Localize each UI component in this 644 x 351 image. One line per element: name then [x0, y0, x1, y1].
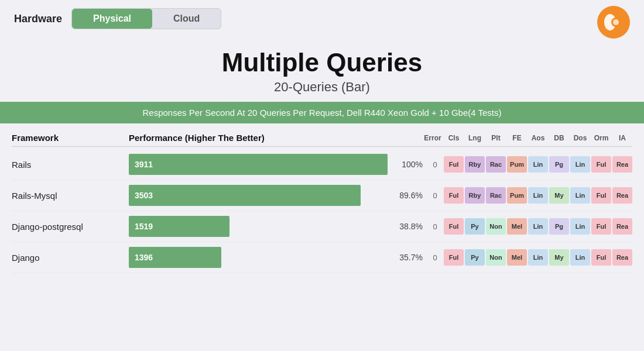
- table-header: Framework Performance (Higher The Better…: [12, 129, 632, 147]
- col-framework-header: Framework: [12, 133, 129, 143]
- bar-area: 1396 35.7%: [129, 247, 423, 268]
- bar-area: 3911 100%: [129, 154, 423, 175]
- error-col: 0: [426, 191, 444, 200]
- tag-header: Lng: [465, 134, 485, 142]
- error-col: 0: [426, 253, 444, 262]
- tag-badge: Pum: [507, 156, 527, 173]
- tag-badge: Pg: [549, 156, 569, 173]
- toggle-cloud-button[interactable]: Cloud: [152, 9, 221, 29]
- error-col: 0: [426, 222, 444, 231]
- tag-badge: Lin: [528, 156, 548, 173]
- tag-header: Dos: [570, 134, 590, 142]
- table-area: Framework Performance (Higher The Better…: [0, 123, 644, 273]
- bar: 1396: [129, 247, 221, 268]
- table-row: Django-postgresql 1519 38.8% 0 FulPyNonM…: [12, 211, 632, 242]
- col-performance-header: Performance (Higher The Better): [129, 133, 423, 143]
- bar: 3911: [129, 154, 388, 175]
- tag-header: Plt: [486, 134, 506, 142]
- bar-wrap: 1519: [129, 216, 388, 237]
- tag-badge: Rby: [465, 156, 485, 173]
- framework-name: Rails: [12, 160, 129, 170]
- header: Hardware Physical Cloud: [0, 0, 644, 37]
- tags-row: FulRbyRacPumLinMyLinFulRea: [444, 187, 632, 204]
- toggle-physical-button[interactable]: Physical: [72, 9, 152, 29]
- tag-badge: Ful: [591, 218, 611, 235]
- tag-badge: Pg: [549, 218, 569, 235]
- bar-wrap: 1396: [129, 247, 388, 268]
- tag-badge: Lin: [528, 218, 548, 235]
- col-tags-header: ErrorClsLngPltFEAosDBDosOrmIA: [423, 134, 632, 142]
- banner: Responses Per Second At 20 Queries Per R…: [0, 102, 644, 123]
- tags-row: FulPyNonMelLinPgLinFulRea: [444, 218, 632, 235]
- tag-badge: Rea: [612, 187, 632, 204]
- toggle-group: Physical Cloud: [71, 8, 221, 29]
- bar: 3503: [129, 185, 361, 206]
- svg-point-3: [613, 19, 619, 25]
- tag-header: Aos: [528, 134, 548, 142]
- tag-badge: Mel: [507, 249, 527, 266]
- framework-name: Django-postgresql: [12, 222, 129, 232]
- tag-header: DB: [549, 134, 569, 142]
- tag-badge: Non: [486, 218, 506, 235]
- tag-badge: Ful: [591, 249, 611, 266]
- tag-badge: Rea: [612, 156, 632, 173]
- error-col: 0: [426, 160, 444, 169]
- title-area: Multiple Queries 20-Queries (Bar): [0, 37, 644, 102]
- tag-badge: Pum: [507, 187, 527, 204]
- table-row: Django 1396 35.7% 0 FulPyNonMelLinMyLinF…: [12, 242, 632, 273]
- tags-row: FulRbyRacPumLinPgLinFulRea: [444, 156, 632, 173]
- tag-badge: Rac: [486, 187, 506, 204]
- bar-wrap: 3503: [129, 185, 388, 206]
- main-title: Multiple Queries: [0, 48, 644, 77]
- banner-text: Responses Per Second At 20 Queries Per R…: [143, 108, 502, 118]
- tag-header: IA: [612, 134, 632, 142]
- tag-badge: Rea: [612, 249, 632, 266]
- tag-badge: Ful: [444, 187, 464, 204]
- sub-title: 20-Queries (Bar): [0, 80, 644, 95]
- tag-badge: Non: [486, 249, 506, 266]
- tag-header: Error: [423, 134, 443, 142]
- bar-area: 3503 89.6%: [129, 185, 423, 206]
- tag-badge: My: [549, 249, 569, 266]
- bar-pct: 100%: [392, 160, 423, 169]
- tags-row: FulPyNonMelLinMyLinFulRea: [444, 249, 632, 266]
- tag-badge: Ful: [444, 249, 464, 266]
- tag-header: Orm: [591, 134, 611, 142]
- tag-badge: Lin: [528, 187, 548, 204]
- table-rows: Rails 3911 100% 0 FulRbyRacPumLinPgLinFu…: [12, 149, 632, 273]
- bar-area: 1519 38.8%: [129, 216, 423, 237]
- tag-badge: Lin: [570, 187, 590, 204]
- tag-badge: Ful: [591, 156, 611, 173]
- tag-badge: Lin: [528, 249, 548, 266]
- bar-pct: 35.7%: [392, 253, 423, 262]
- tag-badge: My: [549, 187, 569, 204]
- tag-badge: Ful: [444, 218, 464, 235]
- tag-badge: Py: [465, 249, 485, 266]
- app-logo: [597, 6, 630, 39]
- tag-badge: Lin: [570, 249, 590, 266]
- table-row: Rails 3911 100% 0 FulRbyRacPumLinPgLinFu…: [12, 149, 632, 180]
- bar-wrap: 3911: [129, 154, 388, 175]
- tag-badge: Ful: [591, 187, 611, 204]
- bar: 1519: [129, 216, 229, 237]
- tag-badge: Rby: [465, 187, 485, 204]
- tag-badge: Rac: [486, 156, 506, 173]
- bar-pct: 89.6%: [392, 191, 423, 200]
- table-row: Rails-Mysql 3503 89.6% 0 FulRbyRacPumLin…: [12, 180, 632, 211]
- tag-badge: Ful: [444, 156, 464, 173]
- framework-name: Rails-Mysql: [12, 191, 129, 201]
- tag-header: Cls: [444, 134, 464, 142]
- tag-badge: Lin: [570, 218, 590, 235]
- tag-badge: Mel: [507, 218, 527, 235]
- bar-pct: 38.8%: [392, 222, 423, 231]
- tag-badge: Rea: [612, 218, 632, 235]
- tag-badge: Py: [465, 218, 485, 235]
- hardware-label: Hardware: [14, 13, 62, 25]
- tag-header: FE: [507, 134, 527, 142]
- framework-name: Django: [12, 253, 129, 263]
- tag-badge: Lin: [570, 156, 590, 173]
